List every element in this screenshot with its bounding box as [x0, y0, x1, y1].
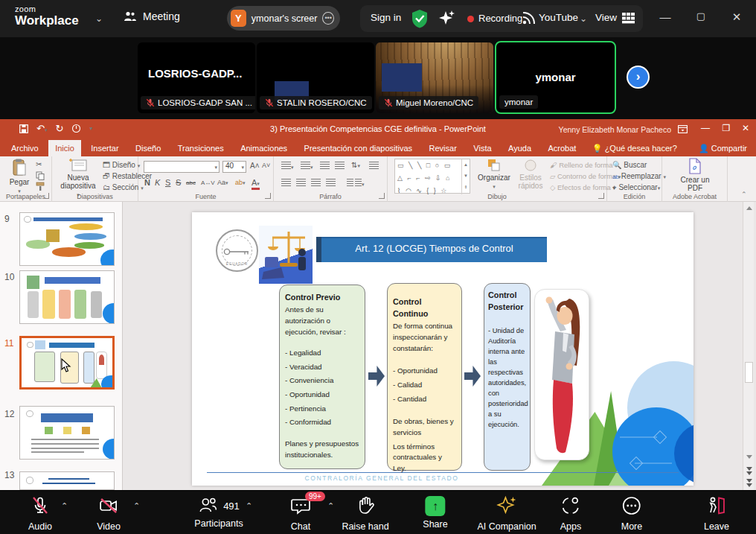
increase-indent-icon[interactable]	[335, 162, 345, 171]
share-document-button[interactable]: 👤 Compartir	[699, 140, 747, 156]
tab-meeting[interactable]: Meeting	[124, 10, 180, 22]
chat-button[interactable]: 99+ Chat	[290, 496, 311, 532]
tab-transiciones[interactable]: Transiciones	[171, 140, 231, 156]
strikethrough-button[interactable]: S	[176, 178, 181, 187]
line-spacing-button[interactable]: ⇅▾	[351, 161, 360, 169]
chat-options-chevron-icon[interactable]: ⌃	[327, 501, 334, 511]
find-button[interactable]: 🔍 Buscar	[612, 161, 647, 169]
tab-ayuda[interactable]: Ayuda	[502, 140, 538, 156]
ppt-close-button[interactable]: ✕	[737, 123, 755, 133]
shadow-button[interactable]: abc	[186, 179, 196, 186]
participants-button[interactable]: 491 Participants	[194, 496, 243, 529]
char-spacing-button[interactable]: A↔V	[201, 179, 215, 186]
align-left-button[interactable]	[281, 179, 291, 188]
audio-button[interactable]: Audio	[28, 496, 52, 532]
video-button[interactable]: Video	[97, 496, 121, 532]
shapes-scrollbar[interactable]: ▲▼⇟	[461, 159, 470, 194]
font-name-combo[interactable]: ▾	[144, 161, 220, 173]
more-options-icon[interactable]: •••	[322, 12, 334, 25]
video-tile-losrios[interactable]: LOSRIOS-GADP... LOSRIOS-GADP SAN ...	[138, 42, 255, 113]
highlight-color-button[interactable]: ab▾	[235, 179, 246, 186]
slide-thumbnail-12[interactable]	[19, 406, 115, 460]
italic-button[interactable]: K	[155, 178, 160, 187]
collapse-ribbon-icon[interactable]: ⌃	[741, 191, 747, 198]
copy-icon[interactable]	[36, 171, 45, 180]
cut-icon[interactable]: ✂	[36, 160, 42, 168]
ribbon-display-options-icon[interactable]	[678, 125, 688, 133]
next-slide-icon2[interactable]	[746, 483, 752, 487]
bullets-button[interactable]: ▾	[281, 162, 294, 171]
workplace-chevron-icon[interactable]: ⌄	[95, 13, 103, 24]
bold-button[interactable]: N	[144, 178, 150, 187]
tab-presentacion[interactable]: Presentación con diapositivas	[298, 140, 420, 156]
slide-title-banner[interactable]: Art. 12 (LOCGE) Tiempos de Control	[316, 237, 547, 262]
scroll-down-icon[interactable]	[746, 455, 752, 459]
youtube-chevron-icon[interactable]: ⌄	[580, 13, 587, 24]
dialog-launcher-icon[interactable]	[265, 193, 271, 199]
tab-inicio[interactable]: Inicio	[48, 140, 81, 156]
tab-vista[interactable]: Vista	[467, 140, 498, 156]
align-right-button[interactable]	[311, 179, 321, 188]
ppt-minimize-button[interactable]: —	[696, 123, 714, 133]
video-tile-ymonar-active[interactable]: ymonar ymonar	[495, 41, 616, 114]
tab-archivo[interactable]: Archivo	[4, 140, 45, 156]
video-options-chevron-icon[interactable]: ⌃	[133, 501, 140, 511]
ppt-restore-button[interactable]: ❐	[717, 123, 735, 133]
format-painter-icon[interactable]	[36, 182, 45, 191]
maximize-button[interactable]: ▢	[691, 10, 711, 22]
font-size-combo[interactable]: 40▾	[222, 161, 246, 173]
next-participants-button[interactable]: ›	[627, 66, 650, 89]
dialog-launcher-icon[interactable]	[43, 193, 49, 199]
decrease-indent-icon[interactable]	[320, 162, 330, 171]
tab-insertar[interactable]: Insertar	[84, 140, 125, 156]
control-continuo-box[interactable]: Control Continuo De forma continua inspe…	[387, 283, 462, 471]
participants-options-chevron-icon[interactable]: ⌃	[246, 501, 252, 511]
vertical-scrollbar[interactable]	[743, 202, 754, 490]
font-color-button[interactable]: A▾	[252, 179, 260, 190]
shared-screen-pill[interactable]: Y ymonar's screer •••	[227, 6, 340, 31]
view-button[interactable]: View	[595, 12, 617, 23]
slide-canvas[interactable]: ECUADOR Art. 12 (LOCGE) Ti	[192, 212, 693, 486]
tab-acrobat[interactable]: Acrobat	[541, 140, 583, 156]
share-button[interactable]: ↑ Share	[423, 496, 447, 530]
tab-revisar[interactable]: Revisar	[423, 140, 464, 156]
dialog-launcher-icon[interactable]	[379, 193, 385, 199]
sign-in-button[interactable]: Sign in	[371, 12, 401, 23]
quick-styles-button[interactable]: Estilos rápidos	[514, 159, 547, 190]
audio-options-chevron-icon[interactable]: ⌃	[61, 501, 68, 511]
tab-animaciones[interactable]: Animaciones	[234, 140, 294, 156]
leave-button[interactable]: Leave	[704, 496, 729, 532]
next-slide-icon[interactable]	[746, 479, 752, 483]
video-tile-stalin[interactable]: STALIN ROSERO/CNC	[257, 42, 374, 113]
view-grid-icon[interactable]	[622, 13, 635, 24]
paste-button[interactable]: Pegar▾	[6, 159, 33, 194]
ai-sparkle-icon[interactable]	[438, 9, 456, 27]
grow-font-icon[interactable]: A˄	[250, 162, 260, 170]
arrange-button[interactable]: Organizar▾	[475, 159, 513, 190]
previous-slide-icon2[interactable]	[746, 471, 752, 475]
scroll-up-icon[interactable]	[746, 206, 752, 210]
slide-thumbnail-13[interactable]	[19, 471, 115, 490]
columns-button[interactable]: ▾	[347, 179, 365, 188]
tab-diseno[interactable]: Diseño	[129, 140, 167, 156]
underline-button[interactable]: S	[165, 178, 170, 187]
apps-button[interactable]: Apps	[560, 496, 582, 532]
more-button[interactable]: More	[621, 496, 642, 532]
video-tile-miguel[interactable]: Miguel Moreno/CNC	[376, 42, 493, 113]
ai-companion-button[interactable]: AI Companion	[477, 496, 536, 532]
select-button[interactable]: ⌖ Seleccionar▾	[612, 183, 660, 192]
shrink-font-icon[interactable]: A˅	[262, 162, 270, 169]
security-shield-icon[interactable]	[411, 9, 429, 28]
close-button[interactable]: ✕	[726, 10, 747, 24]
youtube-label[interactable]: YouTube	[539, 12, 578, 23]
text-direction-button[interactable]	[369, 162, 379, 171]
create-pdf-button[interactable]: Crear un PDF	[677, 158, 713, 192]
section-button[interactable]: 🗂 Sección ▾	[103, 183, 144, 191]
minimize-button[interactable]: —	[655, 10, 676, 23]
align-center-button[interactable]	[296, 179, 306, 188]
control-previo-box[interactable]: Control Previo Antes de su autorización …	[279, 285, 365, 469]
tell-me-box[interactable]: 💡 ¿Qué desea hacer?	[586, 140, 683, 156]
scrollbar-thumb[interactable]	[745, 362, 753, 383]
change-case-button[interactable]: Aa▾	[217, 179, 228, 186]
slide-thumbnail-10[interactable]	[19, 270, 115, 324]
